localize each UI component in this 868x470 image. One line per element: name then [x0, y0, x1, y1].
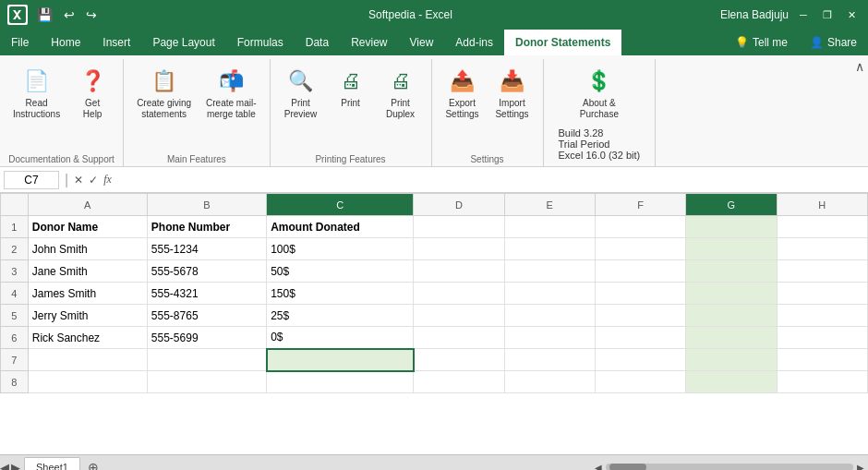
ribbon-collapse-btn[interactable]: ∧	[855, 59, 864, 74]
menu-add-ins[interactable]: Add-ins	[444, 30, 504, 55]
cell-g5[interactable]	[686, 305, 777, 327]
hscroll-left-btn[interactable]: ◀	[595, 463, 602, 471]
row-num-4[interactable]: 4	[1, 283, 29, 305]
restore-btn[interactable]: ❐	[818, 6, 837, 24]
cell-d3[interactable]	[414, 260, 504, 283]
cell-g2[interactable]	[686, 238, 777, 260]
cell-d4[interactable]	[414, 283, 504, 305]
confirm-formula-icon[interactable]: ✓	[89, 174, 98, 187]
grid-scroll[interactable]: A B C D E F G H 1 Donor Name	[0, 193, 868, 454]
col-header-f[interactable]: F	[595, 194, 685, 216]
cell-e5[interactable]	[504, 305, 595, 327]
cell-h2[interactable]	[777, 238, 867, 260]
redo-qat-btn[interactable]: ↪	[82, 6, 101, 24]
export-settings-btn[interactable]: 📤 ExportSettings	[440, 63, 486, 124]
cell-h6[interactable]	[777, 327, 867, 349]
cell-e4[interactable]	[504, 283, 595, 305]
cell-c1[interactable]: Amount Donated	[267, 216, 414, 238]
cell-b3[interactable]: 555-5678	[147, 260, 266, 283]
cell-c4[interactable]: 150$	[267, 283, 414, 305]
cell-c7[interactable]	[267, 349, 414, 371]
cell-b4[interactable]: 555-4321	[147, 283, 266, 305]
cell-f2[interactable]	[595, 238, 685, 260]
menu-page-layout[interactable]: Page Layout	[141, 30, 225, 55]
cell-a8[interactable]	[28, 371, 147, 393]
print-btn[interactable]: 🖨 Print	[328, 63, 374, 113]
cell-e2[interactable]	[504, 238, 595, 260]
cell-g6[interactable]	[686, 327, 777, 349]
cell-b6[interactable]: 555-5699	[147, 327, 266, 349]
cell-f5[interactable]	[595, 305, 685, 327]
get-help-btn[interactable]: ❓ GetHelp	[69, 63, 115, 124]
cell-g1[interactable]	[686, 216, 777, 238]
cell-a2[interactable]: John Smith	[28, 238, 147, 260]
read-instructions-btn[interactable]: 📄 ReadInstructions	[7, 63, 66, 124]
close-btn[interactable]: ✕	[842, 6, 861, 24]
add-sheet-btn[interactable]: ⊕	[80, 456, 106, 470]
cell-h8[interactable]	[777, 371, 867, 393]
cell-e8[interactable]	[504, 371, 595, 393]
tell-me[interactable]: 💡 Tell me	[724, 36, 799, 49]
undo-qat-btn[interactable]: ↩	[60, 6, 78, 24]
cancel-formula-icon[interactable]: ✕	[74, 174, 83, 187]
cell-d6[interactable]	[414, 327, 504, 349]
row-num-5[interactable]: 5	[1, 305, 29, 327]
cell-g8[interactable]	[686, 371, 777, 393]
col-header-a[interactable]: A	[28, 194, 147, 216]
row-num-8[interactable]: 8	[1, 371, 29, 393]
cell-f8[interactable]	[595, 371, 685, 393]
cell-c6[interactable]: 0$	[267, 327, 414, 349]
create-mail-btn[interactable]: 📬 Create mail-merge table	[200, 63, 261, 124]
cell-e1[interactable]	[504, 216, 595, 238]
sheet-nav[interactable]: ◀ ▶	[0, 461, 20, 471]
cell-g3[interactable]	[686, 260, 777, 283]
col-header-d[interactable]: D	[414, 194, 504, 216]
cell-a4[interactable]: James Smith	[28, 283, 147, 305]
cell-d7[interactable]	[414, 349, 504, 371]
cell-a1[interactable]: Donor Name	[28, 216, 147, 238]
cell-c8[interactable]	[267, 371, 414, 393]
cell-b1[interactable]: Phone Number	[147, 216, 266, 238]
menu-data[interactable]: Data	[295, 30, 340, 55]
cell-reference-input[interactable]	[4, 171, 59, 189]
col-header-c[interactable]: C	[267, 194, 414, 216]
cell-f6[interactable]	[595, 327, 685, 349]
cell-f3[interactable]	[595, 260, 685, 283]
cell-b2[interactable]: 555-1234	[147, 238, 266, 260]
col-header-g[interactable]: G	[686, 194, 777, 216]
insert-function-icon[interactable]: fx	[103, 173, 112, 187]
cell-b8[interactable]	[147, 371, 266, 393]
cell-d2[interactable]	[414, 238, 504, 260]
cell-e7[interactable]	[504, 349, 595, 371]
cell-a3[interactable]: Jane Smith	[28, 260, 147, 283]
prev-sheet-btn[interactable]: ◀	[0, 461, 9, 471]
save-qat-btn[interactable]: 💾	[33, 6, 56, 24]
cell-d5[interactable]	[414, 305, 504, 327]
share-btn[interactable]: 👤 Share	[799, 36, 868, 49]
cell-h5[interactable]	[777, 305, 867, 327]
cell-a6[interactable]: Rick Sanchez	[28, 327, 147, 349]
cell-a5[interactable]: Jerry Smith	[28, 305, 147, 327]
cell-d8[interactable]	[414, 371, 504, 393]
cell-f4[interactable]	[595, 283, 685, 305]
cell-g4[interactable]	[686, 283, 777, 305]
row-num-3[interactable]: 3	[1, 260, 29, 283]
hscroll-right-btn[interactable]: ▶	[857, 463, 864, 471]
col-header-b[interactable]: B	[147, 194, 266, 216]
hscroll-bar[interactable]	[606, 464, 853, 470]
col-header-e[interactable]: E	[504, 194, 595, 216]
cell-a7[interactable]	[28, 349, 147, 371]
cell-g7[interactable]	[686, 349, 777, 371]
menu-insert[interactable]: Insert	[91, 30, 141, 55]
cell-c2[interactable]: 100$	[267, 238, 414, 260]
cell-c3[interactable]: 50$	[267, 260, 414, 283]
menu-home[interactable]: Home	[40, 30, 91, 55]
col-header-h[interactable]: H	[777, 194, 867, 216]
cell-b7[interactable]	[147, 349, 266, 371]
sheet-tab-sheet1[interactable]: Sheet1	[24, 457, 80, 471]
print-preview-btn[interactable]: 🔍 PrintPreview	[278, 63, 324, 124]
menu-donor-statements[interactable]: Donor Statements	[504, 30, 621, 55]
row-num-1[interactable]: 1	[1, 216, 29, 238]
row-num-2[interactable]: 2	[1, 238, 29, 260]
about-btn[interactable]: 💲 About &Purchase	[574, 63, 624, 124]
